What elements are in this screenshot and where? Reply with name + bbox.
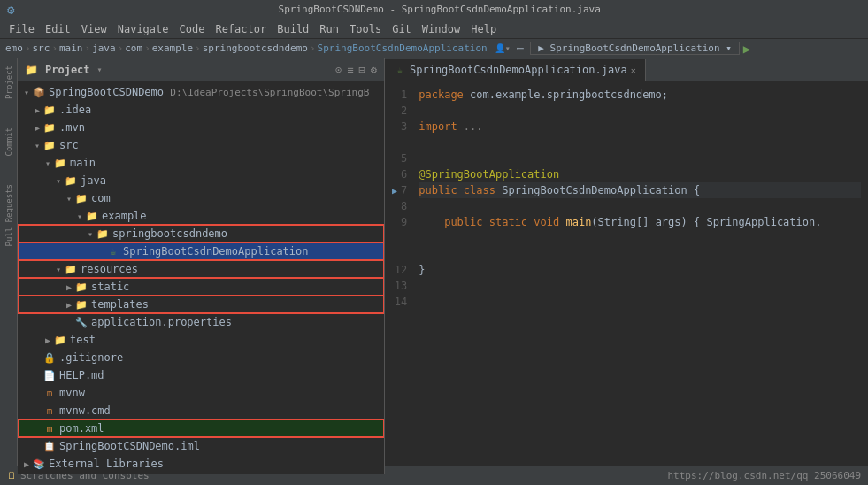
com-folder-icon: 📁 [74,191,88,205]
tree-helpmd[interactable]: 📄 HELP.md [18,366,384,384]
bc-active[interactable]: SpringBootCsdnDemoApplication [318,42,488,54]
run-button[interactable]: ▶ [743,42,750,56]
app-label: SpringBootCsdnDemoApplication [123,245,309,258]
java-label: java [81,174,106,187]
tree-java[interactable]: ▾ 📁 java [18,172,384,189]
project-dropdown-icon[interactable]: ▾ [97,65,103,74]
tree-mvn[interactable]: ▶ 📁 .mvn [18,119,384,136]
tree-gitignore[interactable]: 🔒 .gitignore [18,349,384,366]
menu-item-edit[interactable]: Edit [40,23,76,35]
tab-close-btn[interactable]: ✕ [631,65,636,75]
tree-springbootcsdndemo[interactable]: ▾ 📁 springbootcsdndemo [18,225,384,242]
project-header-icons: ⊙ ≡ ⊟ ⚙ [335,64,377,76]
tree-com[interactable]: ▾ 📁 com [18,189,384,207]
tree-mvnw[interactable]: m mvnw [18,384,384,402]
title-text: SpringBootCSDNDemo - SpringBootCsdnDemoA… [279,4,601,15]
root-arrow: ▾ [21,88,32,97]
bc-user-icon: 👤▾ [495,43,511,53]
tree-example[interactable]: ▾ 📁 example [18,207,384,225]
idea-folder-icon: 📁 [42,103,57,117]
tree-mvnwcmd[interactable]: m mvnw.cmd [18,402,384,420]
tree-main[interactable]: ▾ 📁 main [18,154,384,172]
menu-item-tools[interactable]: Tools [344,23,387,35]
sbn-folder-icon: 📁 [96,227,110,241]
gi-icon: 🔒 [42,350,57,365]
project-tree: ▾ 📦 SpringBootCSDNDemo D:\IdeaProjects\S… [18,81,384,474]
project-title: Project [45,64,90,76]
menu-item-refactor[interactable]: Refactor [210,23,272,35]
static-folder-icon: 📁 [74,280,88,294]
menu-item-code[interactable]: Code [174,23,211,35]
menu-item-view[interactable]: View [76,23,112,35]
props-icon: 🔧 [74,315,88,329]
breadcrumb-bar: emo › src › main › java › com › example … [0,39,868,58]
extlib-arrow: ▶ [21,459,32,469]
code-line-11 [419,246,861,262]
sidebar-project-label[interactable]: Project [3,62,15,103]
arrow-icon: ▶ [392,184,397,197]
collapse-icon[interactable]: ≡ [347,64,353,76]
sbn-arrow: ▾ [85,229,96,239]
code-line-7: public class SpringBootCsdnDemoApplicati… [419,182,861,198]
menu-item-window[interactable]: Window [417,23,465,35]
tree-src[interactable]: ▾ 📁 src [18,136,384,154]
tree-extlib[interactable]: ▶ 📚 External Libraries [18,455,384,473]
tree-app-class[interactable]: ☕ SpringBootCsdnDemoApplication [18,242,384,260]
code-line-9: public static void main(String[] args) {… [419,214,861,230]
editor-tabs: ☕ SpringBootCsdnDemoApplication.java ✕ [385,58,868,81]
menu-item-run[interactable]: Run [314,23,344,35]
menu-item-git[interactable]: Git [387,23,417,35]
root-icon: 📦 [32,85,46,99]
mvnwcmd-label: mvnw.cmd [59,404,111,417]
ln-13: 13 [392,278,407,294]
editor-tab-app[interactable]: ☕ SpringBootCsdnDemoApplication.java ✕ [385,59,646,81]
settings-icon[interactable]: ⚙ [371,64,377,76]
bc-arrow-icon: ⟵ [518,42,524,54]
menu-item-file[interactable]: File [4,23,40,35]
tree-idea[interactable]: ▶ 📁 .idea [18,101,384,119]
code-line-13 [419,278,861,294]
bc-main[interactable]: main [59,42,83,54]
ln-5: 5 [392,150,407,166]
expand-icon[interactable]: ⊟ [359,64,365,76]
sidebar-commit-label[interactable]: Commit [3,124,15,160]
sidebar-strip: Project Commit Pull Requests [0,58,18,466]
res-arrow: ▾ [53,265,64,274]
project-header: 📁 Project ▾ ⊙ ≡ ⊟ ⚙ [18,58,384,81]
static-arrow: ▶ [64,282,74,292]
tree-resources[interactable]: ▾ 📁 resources [18,260,384,278]
ln-3: 3 [392,119,407,135]
menu-item-navigate[interactable]: Navigate [112,23,174,35]
editor-panel: ☕ SpringBootCsdnDemoApplication.java ✕ 1… [385,58,868,466]
locate-icon[interactable]: ⊙ [335,64,342,76]
code-line-12: } [419,262,861,278]
java-arrow: ▾ [53,176,64,186]
bc-example[interactable]: example [152,42,193,54]
test-arrow: ▶ [42,335,53,345]
iml-label: SpringBootCSDNDemo.iml [59,440,200,452]
run-config[interactable]: ▶ SpringBootCsdnDemoApplication ▾ [530,42,740,55]
code-area[interactable]: package com.example.springbootcsdndemo; … [411,81,868,466]
bc-com[interactable]: com [125,42,142,54]
tree-root[interactable]: ▾ 📦 SpringBootCSDNDemo D:\IdeaProjects\S… [18,83,384,101]
tree-templates[interactable]: ▶ 📁 templates [18,296,384,313]
bc-springbootcsdndemo[interactable]: springbootcsdndemo [203,42,308,54]
ln-8: 8 [392,198,407,214]
props-label: application.properties [91,316,232,328]
help-label: HELP.md [59,369,104,381]
menu-item-help[interactable]: Help [465,23,502,35]
extlib-label: External Libraries [49,458,164,470]
menu-item-build[interactable]: Build [272,23,314,35]
tree-iml[interactable]: 📋 SpringBootCSDNDemo.iml [18,437,384,455]
tree-static[interactable]: ▶ 📁 static [18,278,384,296]
bc-java[interactable]: java [92,42,116,54]
bc-emo[interactable]: emo [5,42,23,54]
sidebar-pull-label[interactable]: Pull Requests [3,181,15,250]
tree-pomxml[interactable]: m pom.xml [18,420,384,437]
tree-app-props[interactable]: 🔧 application.properties [18,313,384,331]
tree-test[interactable]: ▶ 📁 test [18,331,384,349]
mvn-folder-icon: 📁 [42,120,57,135]
bc-src[interactable]: src [33,42,50,54]
tmpl-label: templates [91,298,149,311]
example-arrow: ▾ [74,212,85,221]
